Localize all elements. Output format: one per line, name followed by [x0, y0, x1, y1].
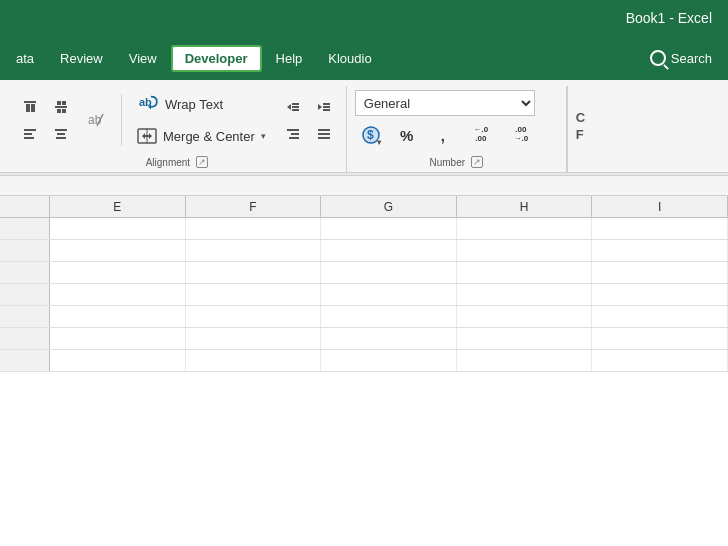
cell-i5[interactable]: [592, 306, 728, 327]
cell-e1[interactable]: [50, 218, 186, 239]
cell-e7[interactable]: [50, 350, 186, 371]
menu-item-data[interactable]: ata: [4, 45, 46, 72]
search-button[interactable]: Search: [638, 44, 724, 72]
table-row: [0, 306, 728, 328]
right-partial-content: C F: [576, 90, 589, 166]
partial-letter-c: C: [576, 110, 585, 125]
increase-decimal-button[interactable]: ←.0 .00: [463, 122, 499, 148]
svg-rect-29: [291, 133, 299, 135]
justify-button[interactable]: [310, 122, 338, 146]
row-num-5: [0, 306, 50, 327]
cell-e3[interactable]: [50, 262, 186, 283]
svg-rect-11: [55, 129, 67, 131]
cell-f5[interactable]: [186, 306, 322, 327]
alignment-controls: ab ab Wrap Text: [16, 90, 338, 154]
number-controls: General $ ▾ %: [355, 90, 558, 154]
menu-bar: ata Review View Developer Help Kloudio S…: [0, 36, 728, 80]
col-header-h: H: [457, 196, 593, 217]
cell-h2[interactable]: [457, 240, 593, 261]
alignment-expander[interactable]: ↗: [196, 156, 208, 168]
cell-g5[interactable]: [321, 306, 457, 327]
align-middle-icon: [53, 99, 69, 115]
svg-rect-33: [318, 137, 330, 139]
cell-h6[interactable]: [457, 328, 593, 349]
cell-f6[interactable]: [186, 328, 322, 349]
alignment-label-text: Alignment: [146, 157, 190, 168]
col-i-label: I: [658, 200, 661, 214]
col-header-e: E: [50, 196, 186, 217]
cell-h7[interactable]: [457, 350, 593, 371]
wrap-text-button[interactable]: ab Wrap Text: [130, 90, 273, 118]
align-middle-button[interactable]: [47, 95, 75, 119]
menu-item-kloudio[interactable]: Kloudio: [316, 45, 383, 72]
cell-f4[interactable]: [186, 284, 322, 305]
cell-e5[interactable]: [50, 306, 186, 327]
svg-rect-26: [323, 106, 330, 108]
cell-e2[interactable]: [50, 240, 186, 261]
cell-f2[interactable]: [186, 240, 322, 261]
table-row: [0, 218, 728, 240]
row-num-3: [0, 262, 50, 283]
cell-g6[interactable]: [321, 328, 457, 349]
svg-rect-13: [56, 137, 66, 139]
comma-label: ,: [441, 127, 445, 144]
menu-item-view[interactable]: View: [117, 45, 169, 72]
increase-indent-button[interactable]: [310, 95, 338, 119]
cell-i2[interactable]: [592, 240, 728, 261]
cell-i3[interactable]: [592, 262, 728, 283]
svg-rect-12: [57, 133, 65, 135]
svg-rect-8: [24, 129, 36, 131]
cell-h5[interactable]: [457, 306, 593, 327]
column-headers: E F G H I: [0, 196, 728, 218]
ribbon: ab ab Wrap Text: [0, 80, 728, 173]
increase-indent-icon: [316, 99, 332, 115]
cell-h4[interactable]: [457, 284, 593, 305]
align-left-button[interactable]: [16, 122, 44, 146]
cell-e4[interactable]: [50, 284, 186, 305]
cell-f7[interactable]: [186, 350, 322, 371]
svg-rect-23: [292, 109, 299, 111]
partial-letters: C F: [576, 110, 585, 142]
merge-row: Merge & Center ▾: [130, 122, 273, 150]
currency-button[interactable]: $ ▾: [355, 122, 387, 148]
cell-f3[interactable]: [186, 262, 322, 283]
menu-item-developer[interactable]: Developer: [171, 45, 262, 72]
svg-rect-9: [24, 133, 32, 135]
cell-h1[interactable]: [457, 218, 593, 239]
align-center-button[interactable]: [47, 122, 75, 146]
cell-i7[interactable]: [592, 350, 728, 371]
wrap-text-label: Wrap Text: [165, 97, 223, 112]
cell-i1[interactable]: [592, 218, 728, 239]
menu-item-review[interactable]: Review: [48, 45, 115, 72]
cell-i6[interactable]: [592, 328, 728, 349]
cell-g2[interactable]: [321, 240, 457, 261]
orientation-button[interactable]: ab: [81, 106, 113, 134]
comma-button[interactable]: ,: [427, 122, 459, 148]
number-format-select[interactable]: General: [355, 90, 535, 116]
align-right-text-button[interactable]: [279, 122, 307, 146]
merge-center-button[interactable]: Merge & Center ▾: [130, 122, 273, 150]
cell-g4[interactable]: [321, 284, 457, 305]
cell-i4[interactable]: [592, 284, 728, 305]
align-top-icon: [22, 99, 38, 115]
table-row: [0, 240, 728, 262]
menu-item-help[interactable]: Help: [264, 45, 315, 72]
svg-rect-28: [287, 129, 299, 131]
cell-f1[interactable]: [186, 218, 322, 239]
cell-h3[interactable]: [457, 262, 593, 283]
percent-button[interactable]: %: [391, 122, 423, 148]
cell-e6[interactable]: [50, 328, 186, 349]
cell-g7[interactable]: [321, 350, 457, 371]
cell-g3[interactable]: [321, 262, 457, 283]
row-num-6: [0, 328, 50, 349]
table-row: [0, 284, 728, 306]
number-format-row: $ ▾ % , ←.0 .00: [355, 120, 539, 150]
decrease-indent-button[interactable]: [279, 95, 307, 119]
svg-rect-31: [318, 129, 330, 131]
number-expander[interactable]: ↗: [471, 156, 483, 168]
svg-rect-5: [62, 101, 66, 105]
align-top-button[interactable]: [16, 95, 44, 119]
cell-g1[interactable]: [321, 218, 457, 239]
decrease-decimal-button[interactable]: .00 →.0: [503, 122, 539, 148]
row-num-2: [0, 240, 50, 261]
